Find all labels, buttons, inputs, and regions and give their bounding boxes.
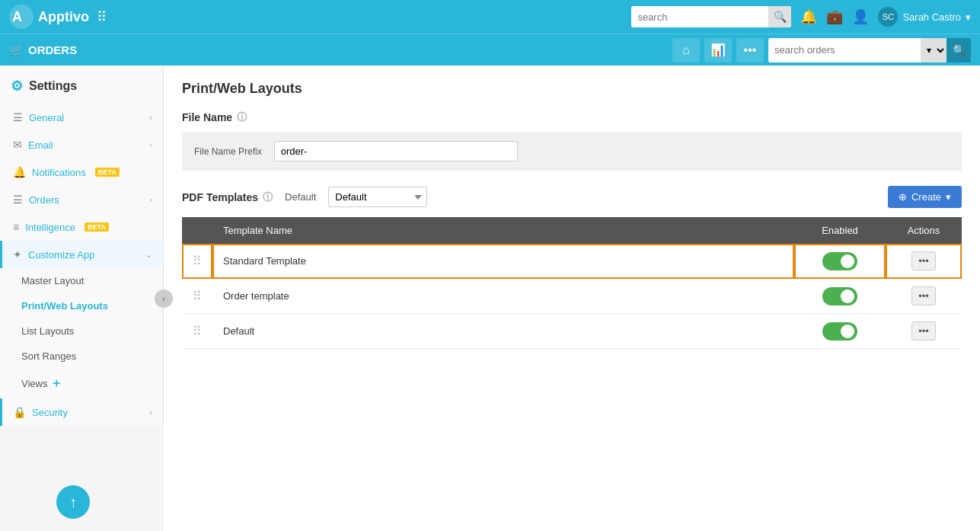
- drag-handle-3[interactable]: ⠿: [193, 325, 202, 337]
- submenu-list-layouts[interactable]: List Layouts: [0, 318, 163, 344]
- sidebar-item-notifications[interactable]: 🔔 Notifications BETA: [0, 158, 163, 186]
- logo[interactable]: A Apptivo: [9, 5, 89, 29]
- orders-chevron: ›: [149, 195, 152, 204]
- top-nav-left: A Apptivo ⠿: [9, 5, 107, 29]
- toggle-1[interactable]: [822, 252, 857, 270]
- col-actions: Actions: [886, 217, 962, 244]
- file-name-section-label: File Name ⓘ: [182, 110, 962, 124]
- email-chevron: ›: [149, 140, 152, 149]
- customize-submenu: Master Layout Print/Web Layouts List Lay…: [0, 268, 163, 398]
- col-drag: [182, 217, 212, 244]
- actions-btn-2[interactable]: •••: [911, 286, 936, 305]
- col-enabled: Enabled: [794, 217, 886, 244]
- general-label: General: [29, 112, 64, 123]
- col-template-name: Template Name: [212, 217, 794, 244]
- sidebar-item-security[interactable]: 🔒 Security ›: [0, 398, 163, 426]
- submenu-views[interactable]: Views ＋: [0, 369, 163, 398]
- home-button[interactable]: ⌂: [672, 38, 700, 62]
- search-orders-wrap: ▾ 🔍: [768, 38, 971, 62]
- template-name-1: Standard Template: [212, 244, 794, 279]
- submenu-print-web-layouts[interactable]: Print/Web Layouts: [0, 293, 163, 318]
- top-nav: A Apptivo ⠿ 🔍 🔔 💼 👤 SC Sarah Castro ▾: [0, 0, 980, 34]
- pdf-section-header: PDF Templates ⓘ Default Default ⊕ Create…: [182, 186, 962, 208]
- customize-label: Customize App: [28, 249, 94, 261]
- orders-sidebar-icon: ☰: [13, 194, 23, 206]
- customize-icon: ✦: [13, 248, 22, 261]
- sub-nav: 🛒 ORDERS ⌂ 📊 ••• ▾ 🔍: [0, 34, 980, 66]
- global-search-button[interactable]: 🔍: [768, 6, 791, 27]
- template-name-3: Default: [212, 314, 794, 349]
- chart-button[interactable]: 📊: [704, 38, 732, 62]
- template-name-2: Order template: [212, 279, 794, 314]
- search-orders-select[interactable]: ▾: [921, 38, 946, 62]
- avatar: SC: [878, 7, 898, 27]
- logo-icon: A: [9, 5, 34, 29]
- settings-label: Settings: [29, 79, 77, 93]
- file-name-info-icon: ⓘ: [237, 110, 247, 124]
- notifications-beta-badge: BETA: [95, 168, 120, 177]
- intelligence-label: Intelligence: [25, 222, 75, 233]
- table-body: ⠿ Standard Template ••• ⠿ Order template: [182, 244, 962, 349]
- sidebar-item-customize[interactable]: ✦ Customize App ⌄: [0, 241, 163, 268]
- sidebar-item-general[interactable]: ☰ General ›: [0, 104, 163, 131]
- create-button[interactable]: ⊕ Create ▾: [888, 186, 962, 208]
- orders-sidebar-label: Orders: [29, 194, 59, 206]
- email-label: Email: [28, 139, 53, 151]
- default-select[interactable]: Default: [328, 187, 427, 207]
- table-header: Template Name Enabled Actions: [182, 217, 962, 244]
- actions-btn-3[interactable]: •••: [911, 321, 936, 341]
- general-chevron: ›: [149, 113, 152, 122]
- sidebar-wrapper: ⚙ Settings ☰ General › ✉ Email ›: [0, 66, 164, 531]
- main-layout: ⚙ Settings ☰ General › ✉ Email ›: [0, 66, 980, 531]
- table-row: ⠿ Order template •••: [182, 279, 962, 314]
- bell-icon[interactable]: 🔔: [800, 8, 817, 25]
- top-nav-right: 🔍 🔔 💼 👤 SC Sarah Castro ▾: [631, 6, 971, 27]
- security-icon: 🔒: [13, 406, 26, 418]
- template-table: Template Name Enabled Actions ⠿ Standard…: [182, 217, 962, 349]
- briefcase-icon[interactable]: 💼: [826, 8, 843, 25]
- toggle-3[interactable]: [822, 322, 857, 341]
- drag-handle-2[interactable]: ⠿: [193, 289, 202, 302]
- sidebar: ⚙ Settings ☰ General › ✉ Email ›: [0, 66, 164, 426]
- file-name-section: File Name Prefix: [182, 132, 962, 171]
- pdf-templates-label: PDF Templates ⓘ: [182, 190, 273, 204]
- toggle-2[interactable]: [822, 287, 857, 305]
- notifications-label: Notifications: [32, 167, 86, 178]
- orders-nav-icon: 🛒: [9, 43, 24, 57]
- sidebar-item-intelligence[interactable]: ≡ Intelligence BETA: [0, 213, 163, 241]
- security-label: Security: [32, 407, 68, 418]
- intelligence-icon: ≡: [13, 221, 19, 233]
- more-button[interactable]: •••: [736, 38, 764, 62]
- grid-icon[interactable]: ⠿: [97, 8, 107, 25]
- submenu-sort-ranges[interactable]: Sort Ranges: [0, 344, 163, 369]
- sub-nav-title: 🛒 ORDERS: [9, 43, 77, 57]
- create-plus-icon: ⊕: [899, 191, 907, 203]
- global-search-bar[interactable]: 🔍: [631, 6, 791, 27]
- pdf-templates-info-icon: ⓘ: [263, 190, 273, 204]
- actions-btn-1[interactable]: •••: [911, 251, 936, 270]
- main-content: Print/Web Layouts File Name ⓘ File Name …: [164, 66, 980, 531]
- user-menu[interactable]: SC Sarah Castro ▾: [878, 7, 971, 27]
- drag-handle-1[interactable]: ⠿: [193, 254, 202, 267]
- intelligence-beta-badge: BETA: [85, 222, 109, 232]
- file-name-prefix-input[interactable]: [274, 141, 518, 162]
- security-chevron: ›: [149, 408, 152, 417]
- search-orders-input[interactable]: [768, 38, 921, 62]
- notifications-icon: 🔔: [13, 166, 26, 178]
- search-orders-button[interactable]: 🔍: [946, 38, 971, 62]
- svg-text:A: A: [12, 9, 22, 24]
- orders-title: ORDERS: [28, 43, 77, 56]
- table-row: ⠿ Default •••: [182, 314, 962, 349]
- page-title: Print/Web Layouts: [182, 81, 962, 97]
- sidebar-collapse-button[interactable]: ‹: [155, 289, 173, 308]
- views-plus-icon[interactable]: ＋: [50, 376, 62, 392]
- global-search-input[interactable]: [631, 6, 768, 27]
- contacts-icon[interactable]: 👤: [852, 8, 869, 25]
- customize-chevron: ⌄: [145, 250, 152, 260]
- sub-nav-actions: ⌂ 📊 ••• ▾ 🔍: [672, 38, 971, 62]
- scroll-up-button[interactable]: ↑: [56, 485, 90, 519]
- sidebar-item-orders[interactable]: ☰ Orders ›: [0, 186, 163, 213]
- sidebar-item-email[interactable]: ✉ Email ›: [0, 131, 163, 158]
- settings-header: ⚙ Settings: [0, 66, 163, 104]
- submenu-master-layout[interactable]: Master Layout: [0, 268, 163, 293]
